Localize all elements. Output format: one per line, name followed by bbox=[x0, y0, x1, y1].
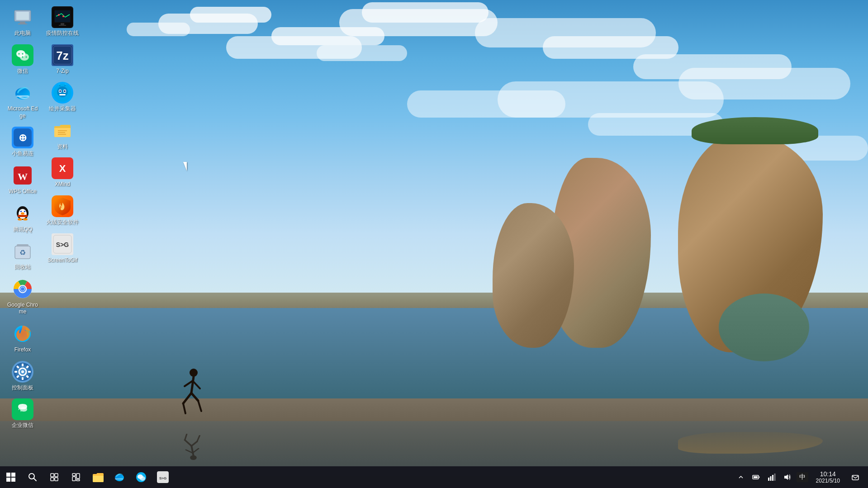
icon-wps[interactable]: W WPS Office bbox=[5, 163, 41, 197]
icon-doc[interactable]: 资料 bbox=[44, 118, 81, 152]
start-button[interactable] bbox=[0, 466, 22, 488]
icon-yiqing[interactable]: 疫情防控在线 bbox=[44, 5, 81, 39]
svg-point-88 bbox=[65, 83, 66, 85]
search-button[interactable] bbox=[22, 466, 43, 488]
edge-icon bbox=[12, 82, 33, 104]
clock-area[interactable]: 10:14 2021/5/10 bbox=[811, 466, 845, 488]
svg-point-25 bbox=[22, 56, 24, 57]
svg-rect-99 bbox=[51, 474, 54, 477]
chrome-label: Google Chrome bbox=[6, 302, 39, 316]
svg-rect-117 bbox=[768, 478, 769, 481]
svg-point-107 bbox=[115, 474, 124, 481]
7zip-icon: 7z bbox=[52, 44, 73, 66]
svg-rect-58 bbox=[28, 371, 31, 373]
svg-text:⊕: ⊕ bbox=[19, 132, 27, 143]
messaging-taskbar-icon bbox=[135, 471, 147, 483]
svg-line-3 bbox=[193, 381, 200, 389]
svg-rect-116 bbox=[759, 477, 759, 478]
qq-label: 腾讯QQ bbox=[13, 226, 33, 233]
svg-rect-44 bbox=[17, 244, 28, 246]
wps-label: WPS Office bbox=[9, 188, 37, 195]
ime-indicator[interactable]: 中 bbox=[795, 466, 810, 488]
control-panel-icon bbox=[12, 361, 33, 383]
xiaoyu-icon: ⊕ bbox=[12, 127, 33, 148]
svg-rect-102 bbox=[55, 478, 58, 481]
svg-point-71 bbox=[58, 14, 60, 16]
screentogif-label: ScreenToGif bbox=[47, 257, 77, 264]
taskbar-messaging[interactable] bbox=[130, 466, 152, 488]
task-view-button[interactable] bbox=[43, 466, 65, 488]
ime-label: 中 bbox=[797, 472, 808, 482]
cloud-8 bbox=[317, 45, 407, 61]
icon-control-panel[interactable]: 控制面板 bbox=[5, 359, 41, 393]
volume-icon[interactable] bbox=[780, 466, 794, 488]
svg-rect-115 bbox=[754, 476, 758, 478]
svg-rect-42 bbox=[18, 215, 28, 217]
taskbar-file-explorer[interactable] bbox=[87, 466, 109, 488]
taskbar: S>G bbox=[0, 466, 868, 488]
notification-button[interactable] bbox=[846, 466, 864, 488]
svg-point-26 bbox=[26, 56, 27, 57]
svg-rect-28 bbox=[16, 95, 29, 97]
xiaoyu-label: 小鱼易连 bbox=[12, 150, 33, 157]
taskbar-pinned-apps: S>G bbox=[87, 466, 174, 488]
icon-huojian[interactable]: 火绒安全软件 bbox=[44, 194, 81, 228]
icon-xmind[interactable]: X XMind bbox=[44, 156, 81, 190]
svg-line-11 bbox=[193, 449, 199, 453]
file-explorer-taskbar-icon bbox=[91, 471, 104, 483]
svg-rect-121 bbox=[852, 475, 859, 480]
firefox-icon bbox=[12, 323, 33, 345]
icon-xiaoyu[interactable]: ⊕ 小鱼易连 bbox=[5, 125, 41, 159]
icon-recycle[interactable]: ♻ 回收站 bbox=[5, 238, 41, 273]
wps-icon: W bbox=[12, 165, 33, 186]
icon-qywx[interactable]: 企业微信 bbox=[5, 397, 41, 431]
svg-rect-60 bbox=[22, 377, 24, 380]
svg-line-5 bbox=[183, 403, 185, 413]
start-icon bbox=[6, 473, 15, 482]
taskbar-screentogif[interactable]: S>G bbox=[152, 466, 174, 488]
svg-point-72 bbox=[62, 15, 64, 17]
xmind-label: XMind bbox=[55, 181, 70, 188]
svg-point-24 bbox=[22, 53, 24, 54]
doc-icon bbox=[52, 120, 73, 142]
recycle-icon: ♻ bbox=[12, 240, 33, 262]
recycle-label: 回收站 bbox=[14, 264, 31, 271]
desktop-icons-area: 此电脑 微信 bbox=[5, 5, 77, 465]
icon-ms-edge[interactable]: Microsoft Edge bbox=[5, 80, 41, 121]
icon-screentogif[interactable]: S>G ScreenToGif bbox=[44, 232, 81, 266]
svg-text:7z: 7z bbox=[56, 49, 68, 62]
svg-point-82 bbox=[59, 90, 61, 92]
icon-this-pc[interactable]: 此电脑 bbox=[5, 5, 41, 39]
icon-chrome[interactable]: Google Chrome bbox=[5, 276, 41, 317]
svg-point-8 bbox=[190, 455, 197, 460]
svg-line-14 bbox=[191, 441, 197, 446]
chrome-icon bbox=[12, 278, 33, 300]
qq-icon bbox=[12, 203, 33, 224]
svg-rect-19 bbox=[18, 24, 27, 24]
svg-rect-119 bbox=[772, 475, 773, 481]
battery-icon[interactable] bbox=[749, 466, 764, 488]
svg-line-4 bbox=[183, 393, 191, 403]
screentogif-taskbar-icon: S>G bbox=[157, 471, 169, 483]
icon-huibi[interactable]: 绘并采集器 bbox=[44, 80, 81, 114]
desktop: 此电脑 微信 bbox=[0, 0, 868, 488]
qywx-label: 企业微信 bbox=[12, 422, 33, 429]
svg-point-79 bbox=[57, 86, 68, 97]
time-display: 10:14 bbox=[820, 470, 836, 478]
svg-text:♻: ♻ bbox=[19, 249, 26, 256]
taskbar-edge[interactable] bbox=[109, 466, 130, 488]
widgets-button[interactable] bbox=[65, 466, 87, 488]
runner-silhouette bbox=[176, 368, 208, 418]
icon-wechat[interactable]: 微信 bbox=[5, 43, 41, 77]
svg-point-41 bbox=[23, 218, 28, 220]
network-icon[interactable] bbox=[764, 466, 779, 488]
edge-taskbar-icon bbox=[113, 471, 126, 483]
icon-7zip[interactable]: 7z 7-Zip bbox=[44, 43, 81, 77]
svg-rect-101 bbox=[51, 478, 54, 481]
svg-text:W: W bbox=[18, 171, 28, 182]
this-pc-icon bbox=[12, 6, 33, 28]
svg-rect-120 bbox=[774, 474, 775, 481]
icon-firefox[interactable]: Firefox bbox=[5, 321, 41, 355]
icon-qq[interactable]: 腾讯QQ bbox=[5, 201, 41, 235]
tray-expand-button[interactable] bbox=[734, 466, 748, 488]
